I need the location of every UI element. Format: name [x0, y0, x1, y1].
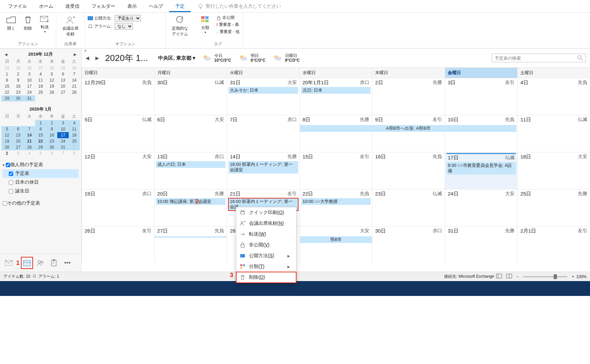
- calendar-cell[interactable]: 20日先勝10:00 簿記講座; 第三会議室: [154, 189, 227, 226]
- ctxmenu-meeting[interactable]: 会議出席依頼(N): [236, 218, 296, 229]
- minical-day[interactable]: 8: [69, 150, 80, 156]
- category-button[interactable]: 分類▾: [197, 14, 213, 35]
- calendar-cell[interactable]: 6日大安: [154, 115, 227, 152]
- menu-表示[interactable]: 表示: [121, 1, 143, 12]
- minical-day[interactable]: [57, 95, 68, 101]
- calendar-event[interactable]: 16:00 部署内ミーティング; 第一会議室: [228, 161, 298, 174]
- minical-day[interactable]: [24, 120, 35, 126]
- minical-day[interactable]: 7: [69, 71, 80, 77]
- minical-day[interactable]: 31: [57, 144, 68, 150]
- minical-day[interactable]: 12: [46, 77, 57, 83]
- calendar-event[interactable]: 10:00 簿記講座; 第三会議室: [156, 198, 226, 205]
- calendar-event-span[interactable]: [155, 236, 227, 238]
- minical-day[interactable]: 25: [69, 138, 80, 144]
- minical-day[interactable]: 30: [46, 144, 57, 150]
- zoom-slider[interactable]: [523, 276, 567, 277]
- minical-day[interactable]: 30: [12, 95, 24, 101]
- minical-day[interactable]: 19: [1, 138, 12, 144]
- minical-day[interactable]: 20: [57, 83, 68, 89]
- minical-day[interactable]: 16: [46, 132, 57, 138]
- minical-day[interactable]: 8: [1, 77, 12, 83]
- minical-day[interactable]: 23: [12, 89, 24, 95]
- minical-day[interactable]: 31: [24, 95, 35, 101]
- minical-day[interactable]: 2: [46, 120, 57, 126]
- calendar-group-personal[interactable]: ▾個人用の予定表: [3, 160, 79, 169]
- calendar-cell[interactable]: 26日友引: [82, 226, 154, 263]
- calendar-cell[interactable]: 大安県B市: [300, 226, 372, 263]
- minical-prev[interactable]: ◀: [3, 52, 9, 57]
- minical-day[interactable]: 7: [57, 150, 68, 156]
- minical-day[interactable]: 6: [12, 126, 24, 132]
- minical-day[interactable]: 1: [69, 144, 80, 150]
- minical-day[interactable]: 11: [35, 77, 46, 83]
- minical-day[interactable]: 29: [57, 65, 68, 71]
- recurring-button[interactable]: 定期的な アイテム: [169, 14, 191, 38]
- alarm-select[interactable]: なし: [115, 23, 133, 30]
- minical-day[interactable]: 1: [35, 120, 46, 126]
- minical-day[interactable]: 7: [24, 126, 35, 132]
- minical-day[interactable]: 18: [69, 132, 80, 138]
- minical-day[interactable]: 27: [35, 65, 46, 71]
- calendar-event[interactable]: 大みそか; 日本: [228, 87, 298, 94]
- minical-day[interactable]: 4: [24, 150, 35, 156]
- publish-select[interactable]: 予定あり: [115, 15, 141, 22]
- minical-day[interactable]: 15: [35, 132, 46, 138]
- calendar-item[interactable]: 誕生日: [3, 187, 79, 195]
- calendar-cell[interactable]: 11日仏滅: [517, 115, 590, 152]
- minical-day[interactable]: 26: [24, 65, 35, 71]
- calendar-cell[interactable]: 18日大安: [517, 152, 590, 189]
- minical-day[interactable]: 3: [12, 150, 24, 156]
- minical-day[interactable]: 21: [69, 83, 80, 89]
- minical-day[interactable]: 3: [24, 71, 35, 77]
- importance-low-button[interactable]: ↓重要度 - 低: [216, 29, 240, 35]
- minical-day[interactable]: 4: [69, 120, 80, 126]
- calendar-item[interactable]: 日本の休日: [3, 178, 79, 187]
- minical-day[interactable]: 24: [24, 89, 35, 95]
- minical-day[interactable]: 16: [12, 83, 24, 89]
- tell-me-search[interactable]: 実行したい作業を入力してください: [197, 3, 281, 9]
- calendar-item[interactable]: 予定表: [3, 169, 79, 178]
- minical-day[interactable]: 28: [24, 144, 35, 150]
- importance-high-button[interactable]: !重要度 - 高: [216, 22, 240, 28]
- calendar-cell[interactable]: 17日仏滅9:30 ○○市教育委員会見学会; A設備: [445, 152, 518, 189]
- minical-day[interactable]: 4: [35, 71, 46, 77]
- calendar-event[interactable]: 成人の日; 日本: [156, 161, 226, 168]
- minical-day[interactable]: 25: [35, 89, 46, 95]
- calendar-cell[interactable]: 5日仏滅: [82, 115, 154, 152]
- minical-day[interactable]: [69, 95, 80, 101]
- calendar-cell[interactable]: 30日仏滅: [154, 78, 227, 115]
- zoom-out[interactable]: −: [516, 274, 519, 279]
- meeting-request-button[interactable]: 会議出席 依頼: [60, 14, 81, 38]
- calendar-cell[interactable]: 12月29日先負: [82, 78, 154, 115]
- open-button[interactable]: 開く: [3, 14, 19, 33]
- minical-day[interactable]: 17: [24, 83, 35, 89]
- calendar-cell[interactable]: 9日友引: [372, 115, 445, 152]
- menu-ヘルプ[interactable]: ヘルプ: [143, 1, 169, 12]
- minical-day[interactable]: 9: [46, 126, 57, 132]
- ctxmenu-category[interactable]: 分類(T)▶: [236, 261, 296, 272]
- calendar-cell[interactable]: 30日赤口: [372, 226, 445, 263]
- more-nav-icon[interactable]: •••: [61, 257, 73, 269]
- menu-フォルダー[interactable]: フォルダー: [86, 1, 121, 12]
- view-reading-icon[interactable]: [506, 274, 512, 279]
- zoom-in[interactable]: +: [572, 274, 574, 279]
- minical-day[interactable]: 6: [46, 150, 57, 156]
- calendar-search[interactable]: [492, 54, 586, 62]
- sidebar-collapse[interactable]: ◂: [82, 49, 88, 54]
- minical-day[interactable]: 11: [69, 126, 80, 132]
- minical-next[interactable]: ▶: [72, 52, 79, 57]
- minical-day[interactable]: 25: [12, 65, 24, 71]
- calendar-cell[interactable]: 3日友引: [445, 78, 518, 115]
- minical-day[interactable]: 27: [57, 89, 68, 95]
- minical-day[interactable]: 13: [12, 132, 24, 138]
- minical-day[interactable]: 26: [1, 144, 12, 150]
- forward-button[interactable]: 転送▾: [37, 14, 53, 35]
- calendar-cell[interactable]: 16日先負: [372, 152, 445, 189]
- calendar-cell[interactable]: 19日赤口: [82, 189, 154, 226]
- menu-予定[interactable]: 予定: [169, 1, 191, 12]
- prev-period[interactable]: ◀: [86, 55, 89, 61]
- calendar-event[interactable]: 元日; 日本: [301, 87, 371, 94]
- minical-day[interactable]: 26: [46, 89, 57, 95]
- calendar-cell[interactable]: 31日大安大みそか; 日本: [227, 78, 300, 115]
- search-input[interactable]: [495, 56, 578, 61]
